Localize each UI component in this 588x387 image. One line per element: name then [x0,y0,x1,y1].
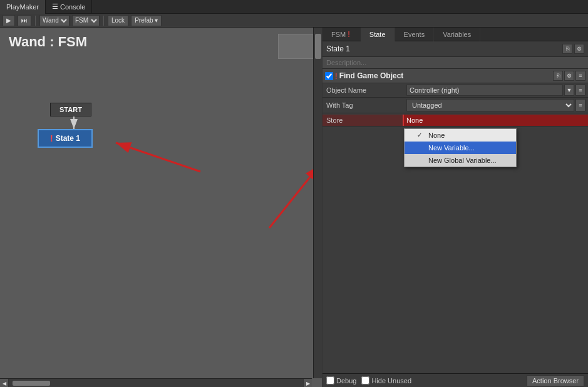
console-tab-label: Console [60,3,85,11]
debug-label: Debug [336,377,356,384]
action-title: Find Game Object [339,71,553,80]
with-tag-select-row: Untagged ≡ [406,99,585,111]
start-node: START [50,103,91,116]
tab-console[interactable]: ☰ Console [46,0,92,14]
start-node-label: START [59,106,82,113]
prefab-button[interactable]: Prefab ▾ [131,15,162,26]
right-panel: FSM ! State Events Variables State 1 ⎘ ⚙ [322,28,588,387]
action-header: ! Find Game Object ⎘ ⚙ ≡ [322,69,588,83]
action-header-btns: ⎘ ⚙ ≡ [553,71,585,81]
main-area: Wand : FSM START [0,28,588,387]
arrows-svg [0,28,322,387]
dropdown-item-new-variable[interactable]: New Variable... [405,142,516,154]
state-name-label: State 1 [326,44,350,53]
object-name-value: ▼ ≡ [404,83,588,97]
svg-line-3 [116,143,200,172]
debug-checkbox[interactable] [326,376,334,384]
toolbar-divider-2 [103,16,104,26]
minimap [278,34,316,59]
action-browser-button[interactable]: Action Browser [527,375,584,386]
state-node[interactable]: ! State 1 [38,129,93,148]
wand-select[interactable]: Wand [39,15,70,26]
with-tag-value: Untagged ≡ [404,98,588,113]
dropdown-none-label: None [428,132,445,139]
right-tabs: FSM ! State Events Variables [322,28,588,41]
store-value[interactable]: None ✓ None New Variable... New Global V… [404,115,588,126]
action-list-btn[interactable]: ≡ [575,71,585,81]
lock-button[interactable]: Lock [108,15,128,26]
header-gear-btn[interactable]: ⚙ [574,44,584,54]
bottom-bar: Debug Hide Unused Action Browser [322,373,588,387]
object-name-arrow[interactable]: ▼ [564,85,574,96]
right-tab-fsm-label: FSM [331,31,346,38]
right-tab-events-label: Events [404,31,425,38]
fsm-canvas[interactable]: Wand : FSM START [0,28,322,387]
toolbar-divider-1 [35,16,36,26]
fsm-hscroll[interactable]: ◀ ▶ [0,378,312,387]
with-tag-arrow[interactable]: ≡ [575,99,585,111]
object-name-input[interactable] [406,85,563,96]
dropdown-popup: ✓ None New Variable... New Global Variab… [404,128,517,167]
right-tab-events[interactable]: Events [395,28,435,41]
store-label: Store [322,115,404,126]
playmaker-tab-label: PlayMaker [6,3,39,11]
right-tab-fsm[interactable]: FSM ! [322,28,361,41]
object-name-label: Object Name [322,85,404,96]
action-warning-icon: ! [335,71,338,81]
action-checkbox[interactable] [325,72,333,80]
dropdown-item-new-global[interactable]: New Global Variable... [405,154,516,167]
action-copy-btn[interactable]: ⎘ [553,71,563,81]
state-node-label: State 1 [56,134,80,143]
field-row-store: Store None ✓ None New Variable... New [322,113,588,127]
dropdown-new-global-label: New Global Variable... [428,157,497,164]
hide-unused-checkbox-label[interactable]: Hide Unused [361,376,411,384]
hide-unused-checkbox[interactable] [361,376,369,384]
state-header: State 1 ⎘ ⚙ [322,41,588,57]
with-tag-label: With Tag [322,100,404,111]
tab-playmaker[interactable]: PlayMaker [0,0,46,14]
right-tab-state[interactable]: State [361,28,395,41]
dropdown-new-variable-label: New Variable... [428,144,475,152]
play-button[interactable]: ▶ [3,15,15,26]
dropdown-item-none[interactable]: ✓ None [405,129,516,142]
object-name-list-btn[interactable]: ≡ [575,85,585,96]
step-button[interactable]: ⏭ [18,15,31,26]
right-tab-variables-label: Variables [443,31,471,38]
svg-line-4 [269,165,319,228]
debug-checkbox-label[interactable]: Debug [326,376,356,384]
right-tab-state-label: State [369,31,386,38]
top-tab-bar: PlayMaker ☰ Console [0,0,588,14]
field-row-with-tag: With Tag Untagged ≡ [322,98,588,113]
header-copy-btn[interactable]: ⎘ [562,44,572,54]
header-icons: ⎘ ⚙ [562,44,584,54]
right-tab-variables[interactable]: Variables [434,28,480,41]
toolbar: ▶ ⏭ Wand FSM Lock Prefab ▾ [0,14,588,28]
hide-unused-label: Hide Unused [371,377,411,384]
fsm-vscroll[interactable] [313,28,322,378]
state-error-badge: ! [50,133,53,143]
console-icon: ☰ [52,3,58,11]
check-icon: ✓ [417,132,426,138]
object-name-select-row: ▼ ≡ [406,85,585,96]
fsm-title: Wand : FSM [0,28,322,56]
fsm-error-icon: ! [348,29,350,39]
action-gear-btn[interactable]: ⚙ [564,71,574,81]
description-input[interactable] [322,57,588,69]
hscroll-thumb[interactable] [13,381,50,386]
with-tag-select[interactable]: Untagged [406,99,574,111]
field-row-object-name: Object Name ▼ ≡ [322,83,588,98]
fsm-select[interactable]: FSM [72,15,100,26]
